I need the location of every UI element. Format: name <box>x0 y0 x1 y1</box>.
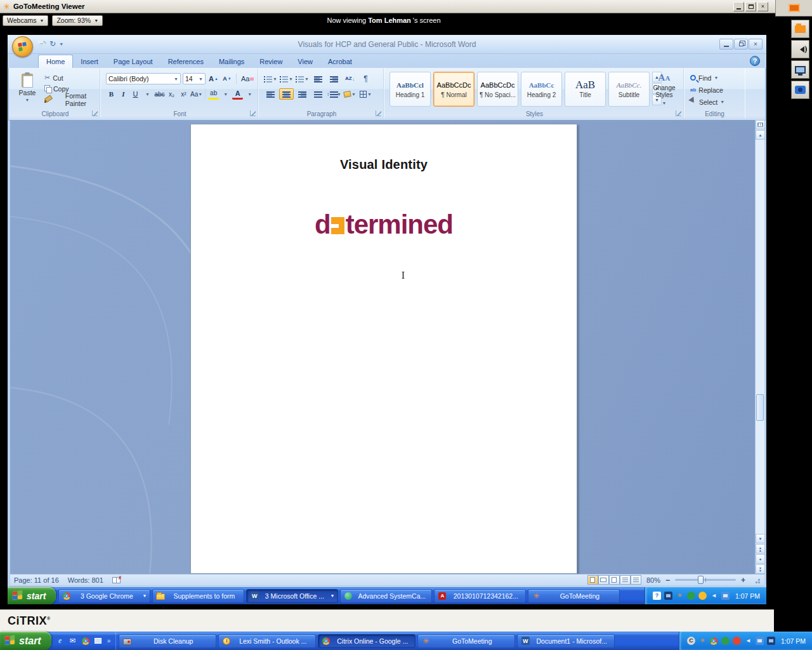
chrome-tray-icon[interactable] <box>710 637 718 645</box>
viewer-minimize-button[interactable] <box>733 2 744 11</box>
font-color-options-button[interactable]: ▼ <box>244 88 255 100</box>
audio-button[interactable] <box>791 40 809 58</box>
justify-button[interactable] <box>311 88 325 100</box>
word-minimize-button[interactable] <box>719 39 733 50</box>
highlight-options-button[interactable]: ▼ <box>220 88 231 100</box>
quick-launch-overflow-chevron[interactable]: » <box>106 637 112 644</box>
screen-tools-button[interactable] <box>791 20 809 38</box>
task-gotomeeting-local[interactable]: ✳GoToMeeting <box>417 634 515 648</box>
style-subtitle[interactable]: AaBbCc. Subtitle <box>608 72 650 107</box>
italic-button[interactable]: I <box>118 88 129 100</box>
find-button[interactable]: Find▼ <box>688 72 726 83</box>
underline-options-button[interactable]: ▼ <box>142 88 153 100</box>
style-no-spacing[interactable]: AaBbCcDc ¶ No Spaci... <box>477 72 518 107</box>
display-tray-icon[interactable] <box>767 637 775 645</box>
font-size-combo[interactable]: 14▼ <box>183 73 206 84</box>
outline-view-button[interactable] <box>620 575 631 585</box>
tab-acrobat[interactable]: Acrobat <box>320 55 360 68</box>
font-color-button[interactable]: A <box>232 88 243 100</box>
local-start-button[interactable]: start <box>0 632 51 650</box>
decrease-indent-button[interactable] <box>311 73 325 84</box>
draft-view-button[interactable] <box>631 575 641 585</box>
help-button[interactable]: ? <box>750 56 760 66</box>
print-layout-view-button[interactable] <box>587 575 598 585</box>
style-normal[interactable]: AaBbCcDc ¶ Normal <box>433 72 475 107</box>
strikethrough-button[interactable]: abc <box>154 88 165 100</box>
viewer-close-button[interactable]: × <box>757 2 768 11</box>
full-screen-reading-button[interactable] <box>598 575 609 585</box>
gotomeeting-tray-icon[interactable]: ✳ <box>676 592 684 600</box>
task-supplements-folder[interactable]: Supplements to form <box>152 589 244 603</box>
underline-button[interactable]: U <box>130 88 141 100</box>
paragraph-dialog-launcher[interactable] <box>376 110 381 116</box>
multilevel-list-button[interactable]: ▼ <box>295 73 310 84</box>
previous-page-button[interactable]: ▲▲ <box>756 544 765 554</box>
task-word-document1[interactable]: WDocument1 - Microsof... <box>517 634 615 648</box>
internet-explorer-icon[interactable]: e <box>55 636 65 646</box>
word-close-button[interactable]: × <box>749 39 763 50</box>
webcam-button[interactable] <box>791 81 809 99</box>
show-hide-pilcrow-button[interactable]: ¶ <box>358 73 373 84</box>
numbering-button[interactable]: ▼ <box>279 73 294 84</box>
webcams-button[interactable]: Webcams ▼ <box>3 15 48 26</box>
ruler-toggle-button[interactable] <box>756 120 765 129</box>
replace-button[interactable]: abReplace <box>688 84 726 95</box>
network-tray-icon[interactable] <box>756 637 764 645</box>
align-right-button[interactable] <box>295 88 310 100</box>
document-page[interactable]: Visual Identity d termined I <box>190 124 577 574</box>
clear-formatting-button[interactable]: Aa <box>240 73 255 84</box>
display-tray-icon[interactable] <box>664 592 672 600</box>
text-highlight-button[interactable]: ab <box>208 88 219 100</box>
format-painter-button[interactable]: Format Painter <box>43 94 100 105</box>
zoom-slider-thumb[interactable] <box>698 576 704 584</box>
bullets-button[interactable]: ▼ <box>263 73 278 84</box>
tab-page-layout[interactable]: Page Layout <box>106 55 160 68</box>
office-button[interactable] <box>12 36 33 57</box>
style-heading-1[interactable]: AaBbCcl Heading 1 <box>390 72 431 107</box>
viewer-maximize-button[interactable] <box>745 2 756 11</box>
grow-font-button[interactable]: A▲ <box>207 73 219 84</box>
page-indicator[interactable]: Page: 11 of 16 <box>14 576 59 584</box>
shading-button[interactable]: ▼ <box>343 88 357 100</box>
word-restore-button[interactable] <box>734 39 748 50</box>
update-tray-icon[interactable] <box>698 592 707 600</box>
security-tray-icon[interactable] <box>687 592 695 600</box>
task-citrix-online[interactable]: Citrix Online - Google ... <box>318 634 416 648</box>
tab-references[interactable]: References <box>160 55 211 68</box>
font-dialog-launcher[interactable] <box>250 110 256 116</box>
task-outlook[interactable]: Lexi Smith - Outlook ... <box>218 634 316 648</box>
screen-button[interactable] <box>791 60 809 79</box>
network-tray-icon[interactable] <box>721 592 730 600</box>
gotomeeting-tray-icon[interactable]: ✳ <box>698 637 707 645</box>
sort-button[interactable]: AZ↓ <box>343 73 357 84</box>
style-title[interactable]: AaB Title <box>565 72 606 107</box>
align-left-button[interactable] <box>263 88 278 100</box>
tab-insert[interactable]: Insert <box>73 55 106 68</box>
update-tray-icon[interactable] <box>733 637 741 645</box>
shrink-font-button[interactable]: A▼ <box>221 73 233 84</box>
customize-qat-button[interactable]: ▼ <box>59 42 63 46</box>
next-page-button[interactable]: ▼▼ <box>756 564 765 574</box>
subscript-button[interactable]: x₂ <box>166 88 177 100</box>
task-google-chrome[interactable]: 3 Google Chrome▼ <box>58 589 150 603</box>
word-count[interactable]: Words: 801 <box>68 576 103 584</box>
chrome-quicklaunch-icon[interactable] <box>81 636 91 646</box>
superscript-button[interactable]: x² <box>178 88 189 100</box>
gotomeeting-grab-tab[interactable] <box>775 0 812 17</box>
styles-dialog-launcher[interactable] <box>676 110 681 116</box>
redo-button[interactable]: ↻ <box>49 39 56 48</box>
font-name-combo[interactable]: Calibri (Body)▼ <box>106 73 181 84</box>
change-case-button[interactable]: Aa▼ <box>190 88 202 100</box>
task-microsoft-office[interactable]: W3 Microsoft Office ...▼ <box>246 589 338 603</box>
bold-button[interactable]: B <box>106 88 117 100</box>
task-advanced-systemcare[interactable]: Advanced SystemCa... <box>340 589 432 603</box>
tab-mailings[interactable]: Mailings <box>211 55 252 68</box>
volume-tray-icon[interactable]: ◄ <box>710 592 718 600</box>
zoom-slider[interactable] <box>675 579 736 581</box>
zoom-out-button[interactable]: − <box>665 576 670 584</box>
scroll-up-button[interactable]: ▲ <box>756 130 765 140</box>
paste-button[interactable]: Paste ▼ <box>15 72 39 110</box>
select-button[interactable]: Select▼ <box>688 96 726 107</box>
scrollbar-thumb[interactable] <box>756 394 764 421</box>
borders-button[interactable]: ▼ <box>358 88 373 100</box>
